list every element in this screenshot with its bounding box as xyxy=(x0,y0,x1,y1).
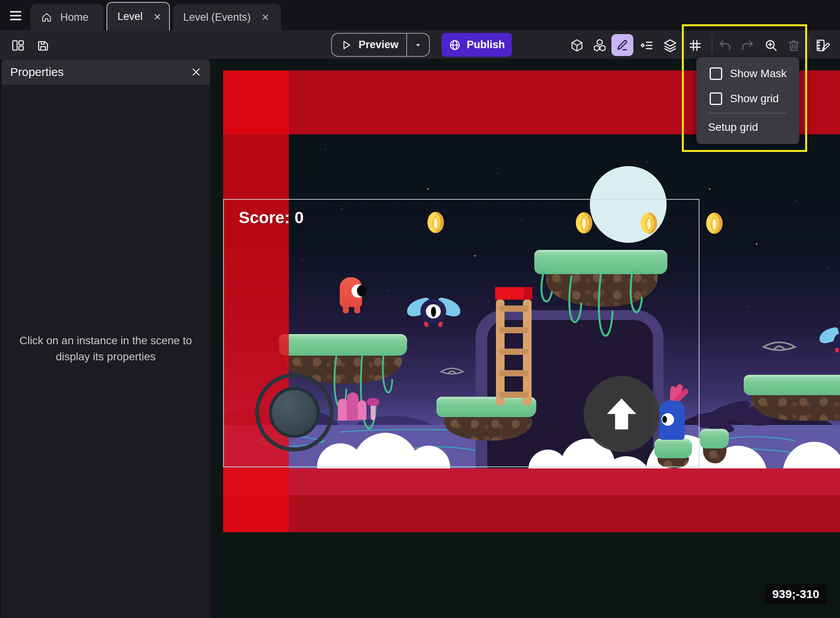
bat-claw xyxy=(835,348,839,352)
bat-enemy-instance[interactable] xyxy=(406,299,461,326)
joystick-knob[interactable] xyxy=(269,387,320,438)
trash-icon[interactable] xyxy=(786,38,802,53)
coin-instance[interactable] xyxy=(576,212,592,233)
coin-instance[interactable] xyxy=(706,213,723,234)
tab-home[interactable]: Home xyxy=(31,4,103,31)
bottom-red-band-instance[interactable] xyxy=(223,468,840,495)
show-grid-label: Show grid xyxy=(730,92,779,105)
show-grid-menu-item[interactable]: Show grid xyxy=(696,89,799,109)
left-red-strip-instance[interactable] xyxy=(223,70,289,532)
island-grass-instance[interactable] xyxy=(700,429,729,448)
moon-instance[interactable] xyxy=(590,166,667,243)
grid-options-menu: Show Mask Show grid Setup grid xyxy=(696,57,799,144)
grid-icon[interactable] xyxy=(687,38,703,53)
ladder-instance[interactable] xyxy=(495,287,532,405)
platform-grass-instance[interactable] xyxy=(744,375,840,395)
prefab-cubes-icon[interactable] xyxy=(592,38,607,53)
coin-instance[interactable] xyxy=(427,212,444,233)
properties-panel-header: Properties xyxy=(2,60,210,85)
toolbar: Preview Publish xyxy=(0,31,840,59)
close-icon[interactable] xyxy=(153,13,162,21)
home-icon xyxy=(41,11,52,23)
redo-icon[interactable] xyxy=(740,38,755,53)
play-icon xyxy=(340,39,352,51)
preview-label: Preview xyxy=(359,39,398,51)
ladder-cap xyxy=(495,287,532,300)
tab-home-label: Home xyxy=(60,11,88,23)
show-mask-label: Show Mask xyxy=(730,67,787,80)
instances-list-icon[interactable] xyxy=(639,38,654,53)
properties-panel: Properties Click on an instance in the s… xyxy=(2,60,210,618)
cursor-coordinates: 939;-310 xyxy=(764,584,827,604)
cube-icon[interactable] xyxy=(569,38,585,53)
ladder-rung xyxy=(499,392,528,398)
save-icon[interactable] xyxy=(35,38,51,53)
player-leg xyxy=(343,305,349,313)
show-mask-checkbox[interactable] xyxy=(710,67,722,80)
menu-separator xyxy=(708,113,786,114)
vines-decoration xyxy=(534,268,667,386)
player-character-instance[interactable] xyxy=(340,277,366,313)
ladder-rung xyxy=(499,327,528,333)
player-leg xyxy=(354,305,360,313)
show-grid-checkbox[interactable] xyxy=(710,92,722,105)
panels-icon[interactable] xyxy=(10,38,26,53)
show-mask-menu-item[interactable]: Show Mask xyxy=(696,63,799,84)
zoom-in-icon[interactable] xyxy=(763,38,779,53)
hamburger-icon[interactable] xyxy=(6,8,25,23)
toolbar-separator xyxy=(809,36,809,54)
arrow-up-icon xyxy=(601,394,642,434)
creature-spike xyxy=(670,386,676,402)
tab-bar: Home Level Level (Events) xyxy=(0,0,840,31)
eye-decoration xyxy=(761,336,797,356)
close-icon[interactable] xyxy=(191,67,201,77)
bottom-red-band-instance[interactable] xyxy=(223,495,840,532)
tab-level-label: Level xyxy=(117,11,143,23)
properties-empty-message: Click on an instance in the scene to dis… xyxy=(2,333,210,365)
tab-level-events[interactable]: Level (Events) xyxy=(173,4,281,31)
publish-label: Publish xyxy=(467,39,505,51)
ladder-rung xyxy=(499,349,528,355)
blue-creature-instance[interactable] xyxy=(657,384,690,441)
preview-button[interactable]: Preview xyxy=(331,33,430,57)
preview-options-button[interactable] xyxy=(406,34,429,56)
events-sheet-icon[interactable] xyxy=(815,38,831,53)
bat-pupil xyxy=(431,307,436,317)
preview-button-main[interactable]: Preview xyxy=(332,34,406,56)
tab-level-events-label: Level (Events) xyxy=(183,11,251,23)
tab-level[interactable]: Level xyxy=(106,2,170,31)
pink-plant-decoration xyxy=(338,392,381,422)
creature-pupil xyxy=(662,416,667,423)
toolbar-separator xyxy=(712,36,712,54)
score-text-instance[interactable]: Score: 0 xyxy=(239,208,304,227)
ladder-rung xyxy=(499,370,528,376)
close-icon[interactable] xyxy=(261,13,270,22)
bat-enemy-instance[interactable] xyxy=(819,329,840,352)
setup-grid-menu-item[interactable]: Setup grid xyxy=(708,117,790,138)
eye-decoration xyxy=(440,363,465,378)
pencil-icon[interactable] xyxy=(611,34,633,56)
properties-panel-title: Properties xyxy=(10,65,191,79)
layers-icon[interactable] xyxy=(662,38,678,53)
globe-icon xyxy=(449,39,461,51)
publish-button[interactable]: Publish xyxy=(442,33,512,57)
island-grass-instance[interactable] xyxy=(654,439,692,458)
ladder-rung xyxy=(499,305,528,312)
jump-button-instance[interactable] xyxy=(584,376,660,452)
coin-instance[interactable] xyxy=(641,213,657,234)
caret-down-icon xyxy=(414,41,422,49)
undo-icon[interactable] xyxy=(717,38,733,53)
player-pupil xyxy=(357,285,366,296)
